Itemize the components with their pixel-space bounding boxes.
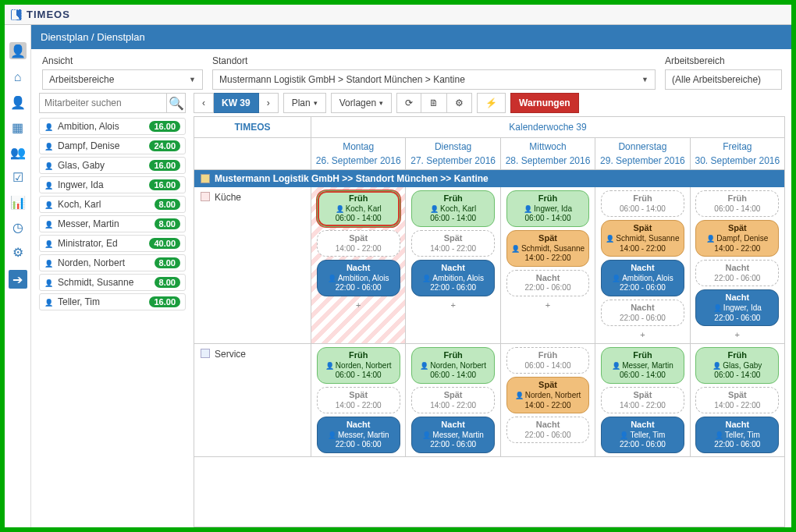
shift-card[interactable]: Spät 14:00 - 22:00 [411,387,495,413]
shift-card[interactable]: Früh Koch, Karl 06:00 - 14:00 [411,190,495,227]
day-cell[interactable]: Früh Messer, Martin 06:00 - 14:00 Spät 1… [595,344,690,457]
search-button[interactable]: 🔍 [167,93,186,113]
employee-item[interactable]: Teller, Tim 16.00 [39,293,186,310]
refresh-button[interactable]: ⟳ [396,93,421,113]
home-icon[interactable]: ⌂ [11,70,25,84]
prev-week-button[interactable]: ‹ [194,93,214,113]
shift-card[interactable]: Spät Schmidt, Susanne 14:00 - 22:00 [506,230,590,267]
shift-card[interactable]: Nacht Messer, Martin 22:00 - 06:00 [411,417,495,453]
shift-title: Nacht [321,263,396,274]
shift-card[interactable]: Nacht Teller, Tim 22:00 - 06:00 [601,417,684,453]
warnings-button[interactable]: Warnungen [510,93,579,113]
day-cell[interactable]: Früh Koch, Karl 06:00 - 14:00 Spät 14:00… [311,187,406,344]
shift-time: 06:00 - 14:00 [415,214,491,224]
shift-card[interactable]: Nacht 22:00 - 06:00 [506,270,590,296]
shift-time: 22:00 - 06:00 [415,283,491,293]
collapse-icon[interactable]: ➔ [9,270,27,289]
shift-card[interactable]: Spät 14:00 - 22:00 [411,230,495,257]
shift-card[interactable]: Nacht Teller, Tim 22:00 - 06:00 [695,417,779,453]
shift-card[interactable]: Früh 06:00 - 14:00 [506,347,590,374]
day-cell[interactable]: Früh Koch, Karl 06:00 - 14:00 Spät 14:00… [406,187,500,344]
person-icon [620,431,630,439]
calendar-icon[interactable]: ▦ [11,120,25,134]
next-week-button[interactable]: › [259,93,279,113]
shift-card[interactable]: Spät 14:00 - 22:00 [317,230,400,257]
chart-icon[interactable]: 📊 [11,195,25,209]
shift-card[interactable]: Spät 14:00 - 22:00 [317,387,400,413]
shift-card[interactable]: Spät Schmidt, Susanne 14:00 - 22:00 [601,220,684,257]
shift-card[interactable]: Nacht Ambition, Alois 22:00 - 06:00 [411,260,495,296]
gear-icon[interactable]: ⚙ [11,245,25,259]
employee-name: Teller, Tim [44,296,100,307]
shift-card[interactable]: Früh Ingwer, Ida 06:00 - 14:00 [506,190,590,227]
person-icon[interactable]: 👤 [11,95,25,109]
hours-badge: 8.00 [155,218,180,229]
hours-badge: 16.00 [149,296,180,307]
shift-card[interactable]: Nacht 22:00 - 06:00 [695,260,779,286]
shift-card[interactable]: Nacht 22:00 - 06:00 [506,417,590,443]
day-cell[interactable]: Früh Norden, Norbert 06:00 - 14:00 Spät … [311,344,406,457]
shift-card[interactable]: Nacht 22:00 - 06:00 [601,300,684,326]
shift-title: Spät [321,390,396,401]
shift-card[interactable]: Früh Messer, Martin 06:00 - 14:00 [601,347,684,384]
day-cell[interactable]: Früh 06:00 - 14:00 Spät Schmidt, Susanne… [595,187,690,344]
employee-item[interactable]: Schmidt, Susanne 8.00 [39,274,186,291]
day-header[interactable]: Dienstag 27. September 2016 [406,138,500,170]
area-row-header: Küche [194,187,311,344]
standort-select[interactable]: Mustermann Logistik GmbH > Standort Münc… [212,69,656,90]
person-icon [712,361,723,370]
shift-card[interactable]: Früh Glas, Gaby 06:00 - 14:00 [695,347,779,384]
clock-icon[interactable]: ◷ [11,220,25,234]
day-header[interactable]: Freitag 30. September 2016 [691,138,784,170]
current-user-avatar[interactable]: 👤 [9,42,27,59]
day-header[interactable]: Mittwoch 28. September 2016 [501,138,595,170]
shift-person: Norden, Norbert [321,361,396,371]
shift-card[interactable]: Spät Norden, Norbert 14:00 - 22:00 [506,377,590,413]
shift-card[interactable]: Früh Norden, Norbert 06:00 - 14:00 [317,347,400,384]
search-input[interactable] [39,93,167,113]
day-cell[interactable]: Früh Ingwer, Ida 06:00 - 14:00 Spät Schm… [501,187,595,344]
current-week-button[interactable]: KW 39 [214,93,259,113]
shift-person: Messer, Martin [321,431,396,441]
employee-item[interactable]: Glas, Gaby 16.00 [39,157,186,174]
day-cell[interactable]: Früh Norden, Norbert 06:00 - 14:00 Spät … [406,344,500,457]
day-header[interactable]: Montag 26. September 2016 [311,138,406,170]
ansicht-select[interactable]: Arbeitsbereiche ▼ [42,69,203,90]
shift-card[interactable]: Früh 06:00 - 14:00 [695,190,779,217]
templates-menu-button[interactable]: Vorlagen▾ [331,93,392,113]
shift-card[interactable]: Spät 14:00 - 22:00 [601,387,684,413]
day-cell[interactable]: Früh 06:00 - 14:00 Spät Dampf, Denise 14… [691,187,784,344]
arbeitsbereich-select[interactable]: (Alle Arbeitsbereiche) [665,69,782,90]
employee-item[interactable]: Messer, Martin 8.00 [39,215,186,232]
day-cell[interactable]: Früh Glas, Gaby 06:00 - 14:00 Spät 14:00… [691,344,784,457]
shift-card[interactable]: Früh Koch, Karl 06:00 - 14:00 [317,190,400,227]
plan-menu-button[interactable]: Plan▾ [283,93,326,113]
add-shift-button[interactable]: + [545,300,550,310]
shift-card[interactable]: Spät Dampf, Denise 14:00 - 22:00 [695,220,779,257]
employee-item[interactable]: Ingwer, Ida 16.00 [39,176,186,193]
bolt-button[interactable]: ⚡ [477,93,506,113]
people-icon[interactable]: 👥 [11,145,25,159]
shift-card[interactable]: Früh 06:00 - 14:00 [601,190,684,217]
day-header[interactable]: Donnerstag 29. September 2016 [595,138,690,170]
add-shift-button[interactable]: + [356,300,361,310]
shift-card[interactable]: Spät 14:00 - 22:00 [695,387,779,413]
employee-item[interactable]: Dampf, Denise 24.00 [39,137,186,154]
day-name: Freitag [691,138,784,155]
settings-button[interactable]: ⚙ [447,93,472,113]
employee-item[interactable]: Ministrator, Ed 40.00 [39,235,186,252]
add-shift-button[interactable]: + [450,300,455,310]
add-shift-button[interactable]: + [640,329,645,340]
employee-item[interactable]: Koch, Karl 8.00 [39,196,186,213]
shift-card[interactable]: Nacht Ingwer, Ida 22:00 - 06:00 [695,289,779,326]
day-cell[interactable]: Früh 06:00 - 14:00 Spät Norden, Norbert … [501,344,595,457]
export-button[interactable]: 🗎 [421,93,447,113]
employee-item[interactable]: Ambition, Alois 16.00 [39,118,186,135]
add-shift-button[interactable]: + [735,329,740,340]
employee-item[interactable]: Norden, Norbert 8.00 [39,254,186,271]
shift-card[interactable]: Nacht Ambition, Alois 22:00 - 06:00 [601,260,684,296]
checklist-icon[interactable]: ☑ [11,170,25,184]
shift-card[interactable]: Früh Norden, Norbert 06:00 - 14:00 [411,347,495,384]
shift-card[interactable]: Nacht Ambition, Alois 22:00 - 06:00 [317,260,400,296]
shift-card[interactable]: Nacht Messer, Martin 22:00 - 06:00 [317,417,400,453]
